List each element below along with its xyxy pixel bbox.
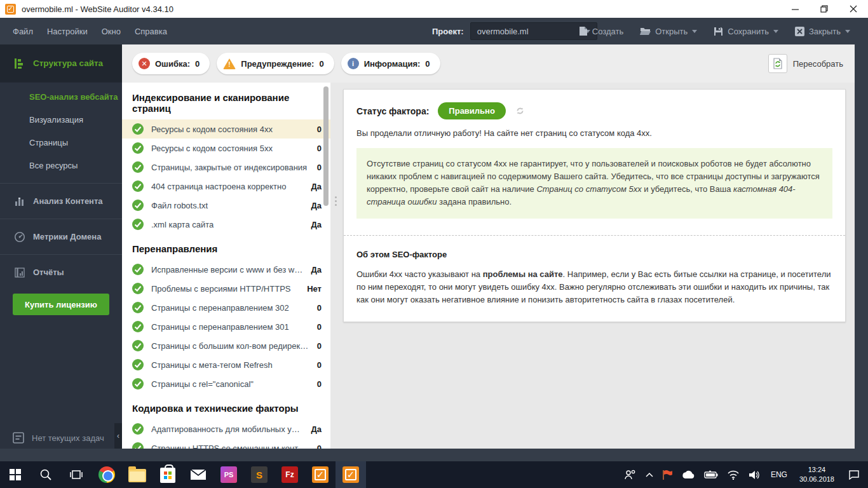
scrollbar[interactable]: [323, 85, 329, 441]
domain-metrics-icon: [14, 231, 25, 243]
speaker-icon: [749, 470, 760, 480]
taskbar-app-file-explorer[interactable]: [122, 461, 153, 488]
sidebar-subitem[interactable]: Все ресурсы: [0, 154, 122, 177]
volume-button[interactable]: [744, 461, 764, 488]
splitter-handle-icon: [335, 194, 337, 208]
factor-item[interactable]: Исправленные версии с www и без www Да: [122, 260, 330, 279]
sublime-text-icon: S: [251, 466, 268, 483]
phpstorm-icon: PS: [220, 466, 237, 483]
sidebar-subitem[interactable]: SEO-анализ вебсайта: [0, 85, 122, 108]
factor-item[interactable]: Страницы с перенаправлением 302 0: [122, 298, 330, 317]
factor-item[interactable]: Проблемы с версиями HTTP/HTTPS Нет: [122, 279, 330, 298]
refresh-icon[interactable]: [515, 105, 526, 116]
task-view-button[interactable]: [61, 461, 92, 488]
create-project-button[interactable]: Создать: [579, 26, 623, 36]
factor-section-title: Кодировка и технические факторы: [122, 393, 330, 419]
factor-item[interactable]: Ресурсы с кодом состояния 5xx 0: [122, 139, 330, 158]
check-icon: [132, 378, 144, 390]
taskbar-app-chrome[interactable]: [92, 461, 122, 488]
rebuild-button[interactable]: Пересобрать: [768, 54, 843, 73]
error-icon: ✕: [139, 58, 150, 69]
check-icon: [132, 423, 144, 435]
sidebar-subitem[interactable]: Страницы: [0, 131, 122, 154]
hidden-icons-chevron[interactable]: [641, 461, 658, 488]
factor-section-title: Перенаправления: [122, 234, 330, 260]
factor-tip: Отсутствие страниц со статусом 4xx не га…: [356, 148, 832, 219]
app-logo-icon: [5, 4, 16, 15]
chevron-down-icon: [692, 30, 697, 33]
taskbar-app-store[interactable]: [153, 461, 183, 488]
menu-file[interactable]: Файл: [13, 27, 33, 36]
check-icon: [132, 142, 144, 154]
new-document-icon: [579, 26, 588, 36]
status-badge: Правильно: [438, 102, 506, 119]
factor-item[interactable]: .xml карта сайта Да: [122, 215, 330, 234]
open-project-button[interactable]: Открыть: [640, 27, 697, 36]
taskbar-app-mail[interactable]: [183, 461, 214, 488]
flag-icon: [662, 470, 672, 480]
sidebar-collapse-handle[interactable]: ‹: [114, 423, 122, 449]
check-icon: [132, 161, 144, 173]
check-icon: [132, 359, 144, 370]
scrollbar-thumb[interactable]: [323, 86, 329, 206]
reports-icon: [14, 267, 25, 278]
menu-help[interactable]: Справка: [135, 27, 167, 36]
microsoft-store-icon: [160, 468, 175, 483]
sidebar-item-reports[interactable]: Отчёты: [0, 254, 122, 290]
restore-button[interactable]: [810, 0, 839, 18]
close-project-button[interactable]: Закрыть: [795, 27, 850, 36]
project-select[interactable]: overmobile.ml: [470, 22, 597, 40]
sidebar-subitem[interactable]: Визуализация: [0, 108, 122, 131]
sidebar-item-site-structure[interactable]: Структура сайта: [0, 44, 122, 83]
check-icon: [132, 264, 144, 275]
sidebar-item-content-analysis[interactable]: Анализ Контента: [0, 183, 122, 219]
check-icon: [132, 180, 144, 192]
clock[interactable]: 13:2430.06.2018: [794, 461, 840, 488]
defender-flag-button[interactable]: [658, 461, 677, 488]
factor-item[interactable]: Страницы с rel="canonical" 0: [122, 374, 330, 393]
filezilla-icon: Fz: [281, 466, 298, 483]
factor-detail: Статус фактора: Правильно Вы проделали о…: [343, 83, 855, 458]
action-center-button[interactable]: [840, 461, 868, 488]
task-view-icon: [70, 469, 83, 480]
factor-item[interactable]: Страницы с перенаправлением 301 0: [122, 317, 330, 336]
taskbar-search-button[interactable]: [31, 461, 61, 488]
sidebar-item-domain-metrics[interactable]: Метрики Домена: [0, 219, 122, 254]
minimize-button[interactable]: [780, 0, 810, 18]
factor-item[interactable]: Ресурсы с кодом состояния 4xx 0: [122, 119, 330, 139]
taskbar-app-filezilla[interactable]: Fz: [275, 461, 305, 488]
factor-status-label: Статус фактора:: [356, 106, 429, 116]
menu-settings[interactable]: Настройки: [47, 27, 88, 36]
taskbar-app-phpstorm[interactable]: PS: [214, 461, 244, 488]
taskbar-app-website-auditor[interactable]: [305, 461, 336, 488]
wifi-icon: [727, 470, 740, 480]
start-button[interactable]: [0, 461, 31, 488]
buy-license-button[interactable]: Купить лицензию: [13, 294, 109, 315]
factor-item[interactable]: 404 страница настроена корректно Да: [122, 177, 330, 196]
factor-item[interactable]: Файл robots.txt Да: [122, 196, 330, 215]
errors-badge[interactable]: ✕ Ошибка: 0: [132, 53, 210, 74]
save-icon: [714, 27, 723, 36]
menu-window[interactable]: Окно: [102, 27, 121, 36]
save-project-button[interactable]: Сохранить: [714, 27, 778, 36]
wifi-button[interactable]: [722, 461, 744, 488]
factor-item[interactable]: Страницы с большим кол-вом редиректов 0: [122, 336, 330, 355]
battery-button[interactable]: [700, 461, 722, 488]
close-button[interactable]: [839, 0, 868, 18]
onedrive-button[interactable]: [677, 461, 700, 488]
info-badge[interactable]: i Информация: 0: [341, 53, 440, 74]
factor-item[interactable]: Страницы, закрытые от индексирования 0: [122, 158, 330, 177]
about-factor-title: Об этом SEO-факторе: [356, 250, 832, 259]
panel-splitter[interactable]: [330, 83, 343, 458]
taskbar-app-website-auditor-active[interactable]: [336, 461, 366, 488]
factor-item[interactable]: Страницы с мета-тегом Refresh 0: [122, 355, 330, 374]
language-indicator[interactable]: ENG: [764, 461, 794, 488]
menu-bar: Файл Настройки Окно Справка Проект: over…: [0, 18, 868, 44]
project-select-value: overmobile.ml: [477, 27, 529, 36]
taskbar-app-sublime[interactable]: S: [244, 461, 275, 488]
windows-logo-icon: [10, 469, 21, 480]
people-button[interactable]: [620, 461, 641, 488]
check-icon: [132, 302, 144, 313]
warnings-badge[interactable]: ! Предупреждение: 0: [217, 53, 334, 74]
factor-item[interactable]: Адаптированность для мобильных устройс..…: [122, 419, 330, 438]
